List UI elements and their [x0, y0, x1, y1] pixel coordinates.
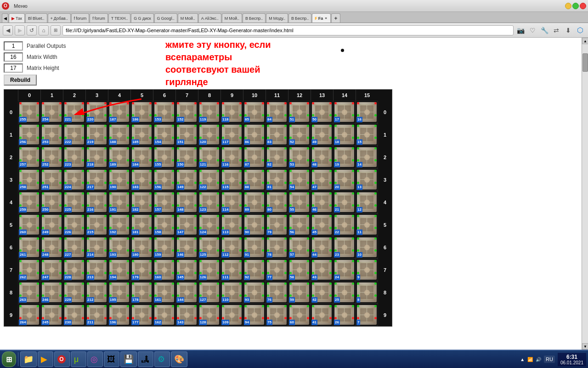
settings-icon[interactable]: ⬡ — [575, 25, 585, 35]
dot-tl-3-3 — [87, 170, 89, 172]
tab-back-btn[interactable]: ◀ — [2, 13, 8, 23]
scrollbar-vertical[interactable]: ▲ ▼ — [582, 38, 588, 350]
dot-br-6-1 — [59, 249, 62, 252]
led-number-9-8: 128 — [199, 320, 207, 325]
tab-4[interactable]: fforum — [71, 13, 90, 23]
dot-bl-6-15 — [357, 249, 359, 252]
led-cell-2-3: 218 — [85, 146, 108, 168]
dot-bl-9-8 — [199, 317, 202, 319]
matrix-width-input[interactable] — [4, 52, 23, 62]
tray-arrow[interactable]: ▲ — [520, 357, 525, 362]
tab-9[interactable]: MМой.. — [178, 13, 198, 23]
dot-tr-5-5 — [149, 215, 152, 217]
tab-1[interactable]: ▶Так — [9, 13, 25, 23]
matrix-grid: 01234567891011121314150 255 254 — [4, 89, 392, 327]
clock[interactable]: 6:31 06.01.2021 — [558, 353, 586, 366]
taskbar-app-photos2[interactable]: 🏞 — [138, 351, 153, 367]
browser-logo[interactable]: O — [2, 2, 9, 10]
menu-opera[interactable]: Меню — [11, 2, 30, 10]
new-tab-button[interactable]: + — [331, 13, 340, 23]
taskbar-app-media[interactable]: ▶ — [38, 351, 53, 367]
dot-tr-6-7 — [194, 237, 197, 240]
tab-12[interactable]: BБеспр.. — [243, 13, 266, 23]
restore-button[interactable] — [572, 3, 579, 9]
forward-button[interactable]: ▶ — [15, 25, 25, 35]
extensions-icon[interactable]: 🔧 — [539, 25, 549, 35]
dot-tr-7-0 — [37, 260, 39, 262]
led-number-8-0: 263 — [19, 297, 27, 303]
minimize-button[interactable] — [565, 3, 571, 9]
dot-tl-4-14 — [334, 192, 337, 195]
tab-active[interactable]: FFa× — [312, 13, 331, 23]
address-bar[interactable] — [62, 25, 514, 35]
dot-tr-4-14 — [352, 192, 354, 195]
tab-5[interactable]: fforum — [90, 13, 108, 23]
dot-tl-0-4 — [109, 102, 112, 104]
dot-tl-5-12 — [289, 215, 292, 217]
led-number-6-12: 57 — [289, 252, 295, 258]
dot-br-6-11 — [284, 249, 287, 252]
led-cell-0-6: 153 — [153, 101, 175, 123]
scrollbar-track[interactable] — [582, 44, 588, 343]
taskbar-app-paint[interactable]: 🎨 — [171, 351, 187, 367]
tab-7[interactable]: GG диск — [131, 13, 153, 23]
parallel-outputs-input[interactable] — [4, 41, 23, 51]
matrix-height-input[interactable] — [4, 63, 23, 73]
home-button[interactable]: ⌂ — [39, 25, 49, 35]
scroll-down-button[interactable]: ▼ — [582, 343, 588, 350]
led-number-6-10: 91 — [244, 252, 250, 258]
taskbar-app-podcast[interactable]: ◎ — [87, 351, 103, 367]
led-cell-2-6: 155 — [153, 146, 175, 168]
tab-6[interactable]: TТЕХН.. — [108, 13, 131, 23]
tab-13[interactable]: MМоду.. — [266, 13, 288, 23]
tab-11[interactable]: MМой.. — [222, 13, 242, 23]
led-cell-9-13: 41 — [311, 304, 333, 326]
language-button[interactable]: RU — [544, 356, 555, 363]
dot-br-3-6 — [172, 182, 174, 184]
taskbar-app-arduino[interactable]: ⚙ — [154, 351, 170, 367]
tab-3[interactable]: +Добав.. — [48, 13, 71, 23]
scroll-up-button[interactable]: ▲ — [582, 38, 588, 44]
led-cell-1-2: 222 — [63, 123, 85, 146]
dot-tl-7-0 — [19, 260, 22, 262]
download-icon[interactable]: ⬇ — [563, 25, 573, 35]
led-cell-3-7: 149 — [175, 168, 198, 191]
led-number-4-12: 55 — [289, 207, 295, 213]
taskbar-app-opera[interactable]: O — [54, 351, 70, 367]
tab-8[interactable]: GGoogl.. — [154, 13, 177, 23]
scrollbar-thumb[interactable] — [582, 53, 588, 72]
dot-bl-7-6 — [154, 272, 157, 274]
reload-button[interactable]: ↺ — [27, 25, 37, 35]
dot-br-1-2 — [82, 137, 84, 139]
taskbar-app-storage[interactable]: 💾 — [120, 351, 137, 367]
led-cell-1-0: 256 — [18, 123, 40, 146]
tabs-button[interactable]: ⊞ — [51, 25, 61, 35]
dot-tl-8-10 — [244, 282, 247, 285]
dot-tr-1-5 — [149, 125, 152, 127]
tab-10[interactable]: AAliЭкс.. — [198, 13, 221, 23]
start-button[interactable]: ⊞ — [2, 351, 16, 367]
dot-tr-5-12 — [307, 215, 309, 217]
dot-tr-6-10 — [262, 237, 264, 240]
dot-tr-6-5 — [149, 237, 152, 240]
bookmark-heart-icon[interactable]: ♡ — [527, 25, 537, 35]
tab-14[interactable]: BБеспр.. — [288, 13, 311, 23]
close-button[interactable] — [580, 3, 586, 9]
dot-br-6-2 — [82, 249, 84, 252]
tray-network[interactable]: 📶 — [527, 357, 533, 362]
dot-br-9-11 — [284, 317, 287, 319]
taskbar-app-photos1[interactable]: 🖼 — [104, 351, 119, 367]
tab-2[interactable]: BlBluet.. — [25, 13, 47, 23]
taskbar-app-utorrent[interactable]: μ — [71, 351, 86, 367]
taskbar-app-explorer[interactable]: 📁 — [20, 351, 37, 367]
sync-icon[interactable]: ⇄ — [551, 25, 561, 35]
back-button[interactable]: ◀ — [3, 25, 13, 35]
tray-sound[interactable]: 🔊 — [536, 357, 541, 362]
rebuild-button[interactable]: Rebuild — [4, 75, 37, 86]
dot-tl-2-4 — [109, 147, 112, 150]
dot-br-0-4 — [127, 114, 129, 116]
camera-icon[interactable]: 📷 — [515, 25, 526, 35]
led-number-2-2: 223 — [64, 162, 72, 167]
dot-bl-2-3 — [87, 159, 89, 161]
dot-br-3-3 — [104, 182, 107, 184]
